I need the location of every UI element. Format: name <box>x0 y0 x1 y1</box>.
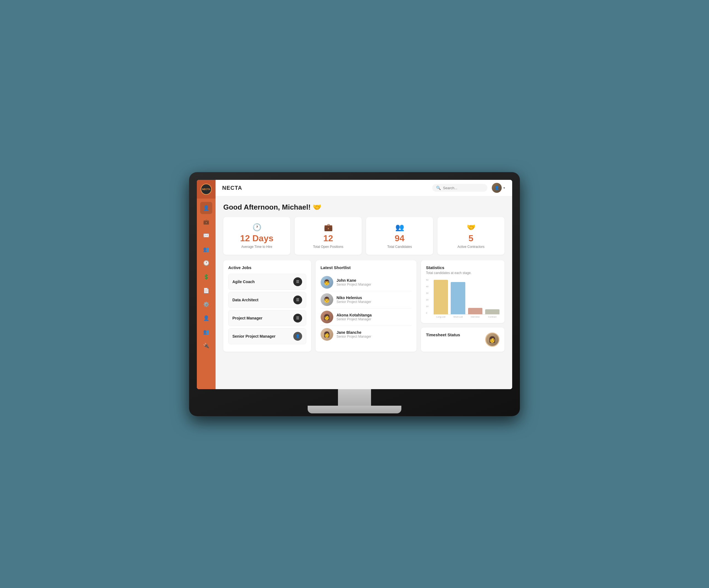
plugins-icon: 🔌 <box>203 343 209 349</box>
briefcase-icon: 💼 <box>324 223 333 232</box>
job-item-senior-pm[interactable]: Senior Project Manager 👤 <box>228 328 306 344</box>
dashboard-icon: 👤 <box>203 205 209 211</box>
candidate-name: John Kane <box>337 278 371 283</box>
statistics-subtitle: Total candidates at each stage. <box>426 271 499 275</box>
job-name: Senior Project Manager <box>232 334 275 338</box>
sidebar-item-dashboard[interactable]: 👤 <box>200 202 212 214</box>
y-label-10: 10 <box>426 305 428 308</box>
job-item-project-manager[interactable]: Project Manager ☰ <box>228 310 306 326</box>
search-input[interactable] <box>443 186 483 190</box>
list-icon: ☰ <box>296 298 299 302</box>
y-label-20: 20 <box>426 299 428 301</box>
candidate-item-akona: 👩 Akona Kotahitanga Senior Project Manag… <box>321 308 412 326</box>
sidebar-item-candidates[interactable]: 👥 <box>200 243 212 255</box>
job-name: Agile Coach <box>232 280 255 284</box>
topbar: NECTA 🔍 👤 ▼ <box>215 180 512 196</box>
y-label-0: 0 <box>426 312 428 314</box>
stat-value-contractors: 5 <box>469 234 474 243</box>
job-action-icon[interactable]: ☰ <box>293 277 302 286</box>
settings-icon: ⚙️ <box>203 301 209 307</box>
candidate-role: Senior Project Manager <box>337 300 371 304</box>
handshake-icon: 🤝 <box>467 223 475 232</box>
x-axis-labels: Long-List Short-List Interview Contract <box>434 314 499 318</box>
monitor-base <box>308 406 401 413</box>
x-label-shortlist: Short-List <box>451 316 465 318</box>
billing-icon: 💲 <box>203 274 209 280</box>
stat-value-candidates: 94 <box>395 234 405 243</box>
stats-row: 🕐 12 Days Average Time to Hire 💼 12 Tota… <box>223 217 504 255</box>
bar-longlist <box>434 280 448 314</box>
sidebar-item-time[interactable]: 🕐 <box>200 257 212 269</box>
candidate-item-john: 👨 John Kane Senior Project Manager <box>321 274 412 291</box>
documents-icon: 📄 <box>203 287 209 293</box>
right-column: Statistics Total candidates at each stag… <box>421 260 504 352</box>
x-label-contract: Contract <box>485 316 499 318</box>
stat-card-open-positions: 💼 12 Total Open Positions <box>295 217 362 255</box>
sidebar: NECTA 👤 💼 ✉️ 👥 <box>197 180 215 389</box>
candidate-info: John Kane Senior Project Manager <box>337 278 371 286</box>
timesheet-header: Timesheet Status 👩 <box>426 332 499 347</box>
shortlist-title: Latest Shortlist <box>321 265 412 270</box>
candidate-role: Senior Project Manager <box>337 283 371 286</box>
candidate-avatar: 👩 <box>321 328 333 341</box>
stat-card-time-to-hire: 🕐 12 Days Average Time to Hire <box>223 217 290 255</box>
app-layout: NECTA 👤 💼 ✉️ 👥 <box>197 180 512 389</box>
timesheet-avatar: 👩 <box>485 332 499 347</box>
sidebar-item-documents[interactable]: 📄 <box>200 284 212 297</box>
candidate-name: Akona Kotahitanga <box>337 313 372 317</box>
shortlist-panel: Latest Shortlist 👨 John Kane Senior Proj… <box>316 260 417 352</box>
search-icon: 🔍 <box>436 186 441 190</box>
sidebar-item-billing[interactable]: 💲 <box>200 271 212 283</box>
timesheet-panel: Timesheet Status 👩 <box>421 328 504 352</box>
y-label-30: 30 <box>426 292 428 295</box>
job-action-icon[interactable]: ☰ <box>293 296 302 304</box>
candidate-role: Senior Project Manager <box>337 317 372 321</box>
stat-label-contractors: Active Contractors <box>457 245 484 249</box>
clock-icon: 🕐 <box>253 223 261 232</box>
sidebar-item-profile[interactable]: 👤 <box>200 312 212 324</box>
person-icon: 👤 <box>295 334 300 338</box>
stat-value-time: 12 Days <box>240 234 273 243</box>
bar-shortlist-rect <box>451 282 465 314</box>
jobs-icon: 💼 <box>203 219 209 225</box>
monitor-stand <box>197 389 512 416</box>
y-label-50: 50 <box>426 279 428 281</box>
stat-label-positions: Total Open Positions <box>313 245 343 249</box>
chart-container: 50 40 30 20 10 0 <box>426 279 499 318</box>
stat-card-contractors: 🤝 5 Active Contractors <box>438 217 504 255</box>
sidebar-item-jobs[interactable]: 💼 <box>200 216 212 228</box>
time-icon: 🕐 <box>203 260 209 266</box>
user-menu[interactable]: 👤 ▼ <box>492 183 505 193</box>
brand-name: NECTA <box>222 185 432 191</box>
candidate-info: Jane Blanche Senior Project Manager <box>337 330 371 338</box>
candidate-item-jane: 👩 Jane Blanche Senior Project Manager <box>321 326 412 343</box>
sidebar-item-teams[interactable]: 👥 <box>200 326 212 338</box>
job-action-icon[interactable]: ☰ <box>293 314 302 323</box>
monitor-screen: NECTA 👤 💼 ✉️ 👥 <box>197 180 512 389</box>
job-name: Project Manager <box>232 316 262 320</box>
candidate-info: Akona Kotahitanga Senior Project Manager <box>337 313 372 321</box>
bar-interview <box>468 308 482 314</box>
sidebar-item-plugins[interactable]: 🔌 <box>200 340 212 352</box>
candidate-avatar: 👨 <box>321 276 333 289</box>
timesheet-title: Timesheet Status <box>426 332 485 337</box>
stat-label-time: Average Time to Hire <box>241 245 272 249</box>
sidebar-item-settings[interactable]: ⚙️ <box>200 298 212 310</box>
active-jobs-title: Active Jobs <box>228 265 306 270</box>
bars-area <box>434 279 499 314</box>
logo-icon: NECTA <box>201 184 212 195</box>
chevron-down-icon: ▼ <box>503 187 505 190</box>
search-box[interactable]: 🔍 <box>432 184 488 192</box>
stat-value-positions: 12 <box>323 234 333 243</box>
sidebar-nav: 👤 💼 ✉️ 👥 🕐 💲 <box>197 201 215 353</box>
monitor-neck <box>338 389 371 406</box>
profile-icon: 👤 <box>203 315 209 321</box>
people-icon: 👥 <box>395 223 404 232</box>
job-item-data-architect[interactable]: Data Architect ☰ <box>228 292 306 308</box>
list-icon: ☰ <box>296 280 299 284</box>
page-body: Good Afternoon, Michael! 🤝 🕐 12 Days Ave… <box>215 196 512 389</box>
job-action-person-icon[interactable]: 👤 <box>293 332 302 341</box>
sidebar-item-messages[interactable]: ✉️ <box>200 229 212 242</box>
sidebar-logo: NECTA <box>197 180 215 199</box>
job-item-agile-coach[interactable]: Agile Coach ☰ <box>228 274 306 290</box>
